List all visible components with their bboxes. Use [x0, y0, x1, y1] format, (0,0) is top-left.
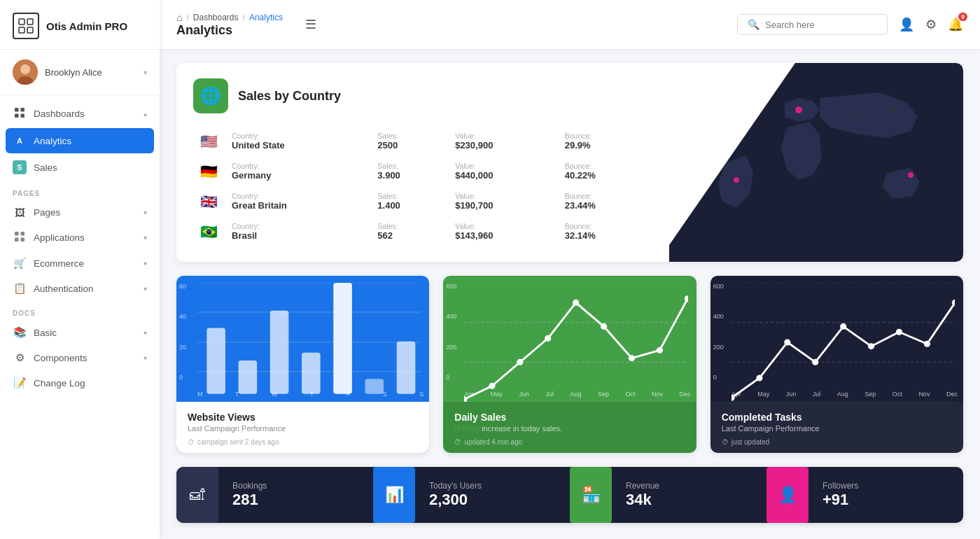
sidebar-item-ecommerce[interactable]: 🛒 Ecommerce ▾ — [0, 251, 160, 276]
analytics-letter-icon: A — [13, 134, 27, 148]
revenue-label: Revenue — [626, 481, 752, 491]
country-cell: Country: Germany — [225, 156, 370, 186]
daily-sales-body: Daily Sales (+15%) increase in today sal… — [443, 402, 696, 453]
today-users-label: Today's Users — [429, 481, 556, 491]
sidebar-item-sales[interactable]: S Sales — [6, 155, 154, 180]
svg-point-38 — [489, 383, 496, 389]
sidebar-item-changelog[interactable]: 📝 Change Log — [0, 370, 160, 396]
svg-point-54 — [840, 323, 846, 330]
clock-icon: ⏱ — [188, 438, 195, 446]
green-line-chart-svg — [464, 283, 687, 402]
y-0: 0 — [446, 374, 456, 381]
svg-rect-12 — [21, 232, 25, 236]
y-label-0: 0 — [179, 374, 186, 381]
avatar — [13, 59, 38, 85]
pages-icon: 🖼 — [13, 206, 27, 218]
website-views-card: 60 40 20 0 — [176, 276, 429, 453]
sidebar-item-basic[interactable]: 📚 Basic ▾ — [0, 320, 160, 345]
header: ⌂ / Dashboards / Analytics Analytics ☰ 🔍… — [160, 0, 980, 49]
sidebar-item-authentication[interactable]: 📋 Authentication ▾ — [0, 276, 160, 301]
country-cell: Country: Great Britain — [225, 186, 370, 216]
svg-rect-7 — [15, 108, 19, 112]
svg-rect-27 — [239, 360, 258, 394]
svg-rect-11 — [15, 232, 19, 236]
svg-point-5 — [20, 64, 30, 74]
flag-cell: 🇺🇸 — [193, 126, 225, 156]
y-400: 400 — [446, 313, 456, 320]
user-profile-icon[interactable]: 👤 — [899, 17, 914, 32]
svg-rect-32 — [397, 342, 416, 394]
changelog-icon: 📝 — [13, 377, 27, 389]
svg-rect-28 — [270, 311, 289, 394]
bounce-cell: Bounce: 23.44% — [558, 186, 652, 216]
sidebar-basic-label: Basic — [34, 328, 136, 338]
search-icon: 🔍 — [748, 19, 760, 30]
search-box[interactable]: 🔍 — [737, 14, 888, 35]
svg-point-53 — [812, 359, 818, 365]
notification-bell[interactable]: 🔔 9 — [948, 17, 963, 32]
followers-info: Followers +91 — [808, 481, 963, 509]
country-cell: Country: United State — [225, 126, 370, 156]
website-views-body: Website Views Last Campaign Performance … — [176, 402, 429, 453]
website-views-title: Website Views — [188, 412, 418, 423]
sidebar-item-dashboards[interactable]: Dashboards ▴ — [0, 101, 160, 127]
x-label-t2: T — [310, 391, 314, 398]
x-label-f: F — [346, 391, 351, 398]
components-icon: ⚙ — [13, 351, 27, 364]
ecommerce-icon: 🛒 — [13, 257, 27, 270]
bounce-cell: Bounce: 32.14% — [558, 216, 652, 246]
completed-tasks-title: Completed Tasks — [722, 412, 952, 423]
y-label-20: 20 — [179, 344, 186, 351]
sidebar-components-label: Components — [34, 353, 136, 363]
svg-rect-29 — [302, 353, 321, 394]
followers-value: +91 — [822, 491, 949, 509]
bounce-cell: Bounce: 40.22% — [558, 156, 652, 186]
pages-chevron-icon: ▾ — [144, 209, 147, 216]
green-y-labels: 600 400 200 0 — [446, 283, 456, 381]
daily-sales-footer: ⏱ updated 4 min ago — [454, 438, 685, 446]
sidebar-user[interactable]: Brooklyn Alice ▾ — [0, 50, 160, 95]
y-label-60: 60 — [179, 283, 186, 290]
line-chart-area-green: 600 400 200 0 — [443, 276, 696, 402]
revenue-icon-wrap: 🏪 — [570, 467, 612, 523]
world-map — [669, 63, 963, 262]
green-x-labels: Apr May Jun Jul Aug Sep Oct Nov Dec — [464, 391, 690, 398]
sidebar-item-components[interactable]: ⚙ Components ▾ — [0, 345, 160, 370]
value-cell: Value: $230,900 — [448, 126, 558, 156]
y-200-dark: 200 — [713, 344, 724, 351]
value-cell: Value: $190,700 — [448, 186, 558, 216]
breadcrumb-analytics: Analytics — [249, 13, 283, 22]
components-chevron-icon: ▾ — [144, 354, 147, 362]
country-table: 🇺🇸 Country: United State Sales: 2500 Val… — [193, 126, 652, 246]
search-input[interactable] — [765, 20, 877, 30]
sidebar-applications-label: Applications — [34, 232, 136, 243]
svg-point-39 — [517, 359, 524, 365]
authentication-icon: 📋 — [13, 282, 27, 295]
sidebar-pages-label: Pages — [34, 207, 136, 218]
completed-tasks-body: Completed Tasks Last Campaign Performanc… — [710, 402, 963, 453]
sidebar-item-pages[interactable]: 🖼 Pages ▾ — [0, 200, 160, 225]
today-users-info: Today's Users 2,300 — [415, 481, 570, 509]
completed-tasks-footer: ⏱ just updated — [722, 438, 952, 446]
sales-card-title: Sales by Country — [238, 89, 341, 104]
svg-point-58 — [951, 300, 955, 306]
svg-point-17 — [734, 177, 739, 183]
completed-tasks-subtitle: Last Campaign Performance — [722, 424, 952, 433]
logo-icon — [13, 13, 39, 39]
dashboards-chevron-icon: ▴ — [144, 110, 147, 118]
breadcrumb: ⌂ / Dashboards / Analytics — [176, 12, 283, 23]
bar-chart-area: 60 40 20 0 — [176, 276, 429, 402]
sales-cell: Sales: 2500 — [370, 126, 448, 156]
sidebar-item-analytics[interactable]: A Analytics — [6, 128, 154, 153]
hamburger-icon[interactable]: ☰ — [305, 17, 316, 32]
user-name: Brooklyn Alice — [45, 67, 136, 78]
table-row: 🇺🇸 Country: United State Sales: 2500 Val… — [193, 126, 652, 156]
app-name: Otis Admin PRO — [46, 20, 127, 32]
clock-icon-2: ⏱ — [454, 438, 461, 446]
settings-icon[interactable]: ⚙ — [925, 17, 937, 32]
x-label-s1: S — [383, 391, 387, 398]
sidebar-item-applications[interactable]: Applications ▾ — [0, 225, 160, 251]
content-area: 🌐 Sales by Country 🇺🇸 Country: United St… — [160, 49, 980, 539]
sidebar-sales-label: Sales — [34, 162, 147, 173]
table-row: 🇧🇷 Country: Brasil Sales: 562 Value: $14… — [193, 216, 652, 246]
